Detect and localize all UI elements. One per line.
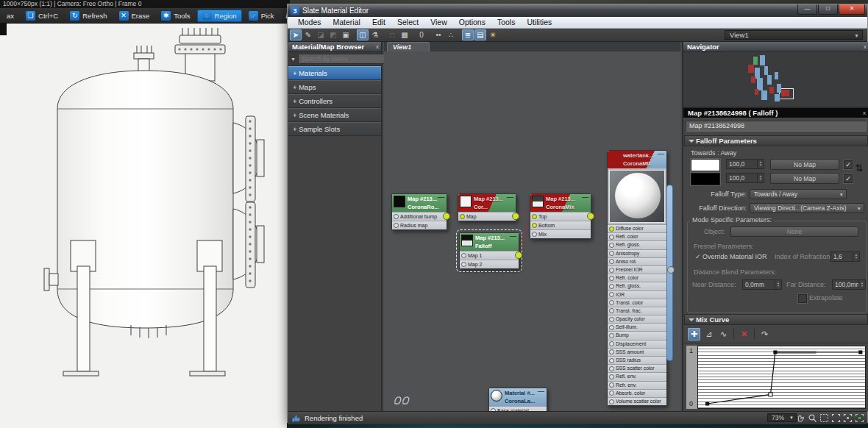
node-coronamix[interactable]: Map #213... CoronaMix — TopBottomMix xyxy=(530,193,591,239)
slot-map-2[interactable]: Map 2 xyxy=(460,260,519,268)
input-socket[interactable] xyxy=(609,235,614,240)
input-socket[interactable] xyxy=(460,214,465,219)
vfb-button-erase[interactable]: ✕Erase xyxy=(114,10,155,22)
input-socket[interactable] xyxy=(532,223,537,228)
browser-group-maps[interactable]: + Maps xyxy=(288,80,381,94)
node-coronalayered[interactable]: Material #... CoronaLa... — Base materia… xyxy=(488,388,547,411)
menu-select[interactable]: Select xyxy=(391,17,424,28)
curve-plot[interactable] xyxy=(697,346,866,409)
input-socket[interactable] xyxy=(609,276,614,281)
move-children-icon[interactable]: ◫ xyxy=(357,29,369,40)
mix-curve-editor[interactable]: 1 0 xyxy=(686,346,866,409)
far-distance-spinner[interactable]: 100,0mm▲▼ xyxy=(832,279,866,290)
front-color-swatch[interactable] xyxy=(691,159,720,171)
search-options-icon[interactable]: ▼ xyxy=(291,57,296,62)
input-socket[interactable] xyxy=(461,253,466,258)
menu-material[interactable]: Material xyxy=(327,17,366,28)
node-canvas[interactable]: Map #213... CoronaRo... — Additional bum… xyxy=(384,51,680,411)
search-input[interactable] xyxy=(298,54,387,64)
layout-all-icon[interactable]: ≣ xyxy=(462,29,474,40)
front-map-checkbox[interactable]: ✓ xyxy=(844,160,853,169)
side-map-button[interactable]: No Map xyxy=(770,173,839,184)
input-socket[interactable] xyxy=(394,223,399,228)
slot-transl-color[interactable]: Transl. color xyxy=(608,299,666,307)
side-color-swatch[interactable] xyxy=(691,173,720,185)
window-titlebar[interactable]: 3 Slate Material Editor — □ ✕ xyxy=(288,4,867,17)
slot-bottom[interactable]: Bottom xyxy=(530,221,591,229)
browser-group-sampleslots[interactable]: + Sample Slots xyxy=(288,122,381,136)
vfb-button-pick[interactable]: ☞Pick xyxy=(243,10,280,22)
menu-utilities[interactable]: Utilities xyxy=(521,17,558,28)
close-button[interactable]: ✕ xyxy=(839,4,865,15)
curve-point[interactable] xyxy=(773,351,777,354)
zoom-extents-selected-icon[interactable] xyxy=(843,413,853,423)
parameter-panel-header[interactable]: Map #2138624998 ( Falloff ) x xyxy=(683,108,868,118)
zoom-extents-icon[interactable] xyxy=(831,413,841,423)
curve-point[interactable] xyxy=(769,393,772,396)
select-by-material-icon[interactable]: ✳ xyxy=(487,29,499,40)
slot-map-1[interactable]: Map 1 xyxy=(460,251,519,260)
override-ior-check[interactable]: ✓ Override Material IOR xyxy=(695,253,767,260)
slot-refr-color[interactable]: Refr. color xyxy=(608,274,666,282)
parameter-close-icon[interactable]: x xyxy=(863,108,866,118)
slot-radius-map[interactable]: Radius map xyxy=(392,221,447,229)
input-socket[interactable] xyxy=(609,349,614,354)
menu-options[interactable]: Options xyxy=(453,17,491,28)
slot-anisotropy[interactable]: Anisotropy xyxy=(608,249,666,257)
input-socket[interactable] xyxy=(609,251,614,256)
browser-toggle-icon[interactable]: ▤ xyxy=(474,29,486,40)
add-point-icon[interactable]: ∿ xyxy=(717,328,730,340)
pick-material-icon[interactable]: ✎ xyxy=(302,29,314,40)
select-tool-icon[interactable]: ➤ xyxy=(290,29,302,40)
node-falloff[interactable]: Map #213... Falloff — Map 1Map 2 xyxy=(459,232,519,269)
preview-dots-icon[interactable]: •• xyxy=(433,29,444,40)
slot-self-illum-[interactable]: Self-illum. xyxy=(608,323,666,331)
checker-icon[interactable]: ▩ xyxy=(399,29,410,40)
slot-refr-gloss-[interactable]: Refr. gloss. xyxy=(608,282,666,290)
assign-material-icon[interactable]: ◪ xyxy=(315,29,327,40)
input-socket[interactable] xyxy=(609,300,614,305)
browser-group-scenematerials[interactable]: + Scene Materials xyxy=(288,108,381,122)
view-selector-dropdown[interactable]: View1▼ xyxy=(725,30,863,40)
input-socket[interactable] xyxy=(609,317,614,322)
menu-modes[interactable]: Modes xyxy=(292,17,327,28)
slot-sss-amount[interactable]: SSS amount xyxy=(608,348,666,356)
input-socket[interactable] xyxy=(609,341,614,346)
vfb-button-ax[interactable]: ax xyxy=(1,10,19,22)
menu-tools[interactable]: Tools xyxy=(491,17,522,28)
browser-close-icon[interactable]: x xyxy=(376,42,379,51)
maximize-button[interactable]: □ xyxy=(818,4,838,15)
slot-transl-frac-[interactable]: Transl. frac. xyxy=(608,307,666,315)
near-distance-spinner[interactable]: 0,0mm▲▼ xyxy=(742,279,782,290)
slot-opacity-color[interactable]: Opacity color xyxy=(608,315,666,323)
input-socket[interactable] xyxy=(609,358,614,363)
node-colorcorrect[interactable]: Map #213... Cor... — Map xyxy=(458,193,516,221)
navigator-header[interactable]: Navigator x xyxy=(683,42,868,52)
input-socket[interactable] xyxy=(394,214,399,219)
slot-base-material[interactable]: Base material xyxy=(489,406,547,411)
zoom-selected-icon[interactable] xyxy=(855,413,864,423)
zoom-level-dropdown[interactable]: 73%▼ xyxy=(767,413,797,422)
put-material-icon[interactable]: ◩ xyxy=(327,29,339,40)
output-socket[interactable] xyxy=(515,252,522,259)
input-socket[interactable] xyxy=(609,259,614,264)
object-none-button[interactable]: None xyxy=(730,227,858,237)
zoom-tool-icon[interactable] xyxy=(808,413,817,423)
node-coronamtl[interactable]: watertank... CoronaMtl — Diffuse colorRe… xyxy=(607,150,667,406)
input-socket[interactable] xyxy=(609,227,614,232)
swap-colors-button[interactable]: ⇅ xyxy=(854,155,864,182)
front-map-button[interactable]: No Map xyxy=(770,159,839,170)
pan-hand-icon[interactable] xyxy=(796,413,805,423)
input-socket[interactable] xyxy=(609,325,614,330)
mix-curve-rollout[interactable]: Mix Curve xyxy=(684,314,868,325)
slot-absorb-color[interactable]: Absorb. color xyxy=(608,389,666,397)
slot-mix[interactable]: Mix xyxy=(530,229,591,238)
slot-refl-gloss-[interactable]: Refl. gloss. xyxy=(608,240,666,249)
output-socket[interactable] xyxy=(443,213,450,220)
input-socket[interactable] xyxy=(609,399,614,404)
output-socket[interactable] xyxy=(512,213,519,220)
background-icon[interactable]: □ xyxy=(386,29,398,40)
view-tab[interactable]: View1 xyxy=(387,42,430,51)
slot-ior[interactable]: IOR xyxy=(608,290,666,299)
show-material-icon[interactable]: ⚗ xyxy=(369,29,381,40)
